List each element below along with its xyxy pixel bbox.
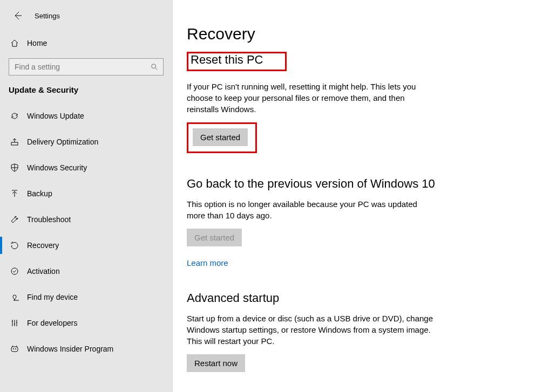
sidebar-item-label: For developers <box>27 319 77 327</box>
sidebar-item-label: Windows Security <box>27 163 87 172</box>
sidebar-item-troubleshoot[interactable]: Troubleshoot <box>0 207 172 232</box>
svg-point-6 <box>15 348 16 349</box>
search-input[interactable] <box>9 58 164 75</box>
wrench-icon <box>10 215 19 224</box>
sidebar-item-label: Find my device <box>27 293 78 301</box>
reset-heading: Reset this PC <box>191 53 263 67</box>
backup-icon <box>10 189 19 198</box>
svg-rect-4 <box>11 347 18 352</box>
advanced-heading: Advanced startup <box>187 291 279 305</box>
sliders-icon <box>10 319 19 327</box>
sidebar-header: Settings <box>0 8 172 33</box>
section-advanced-startup: Advanced startup Start up from a device … <box>187 291 540 372</box>
sidebar: Settings Home Update & Security Windows … <box>0 0 173 392</box>
sidebar-item-label: Windows Insider Program <box>27 345 113 353</box>
sidebar-item-windows-security[interactable]: Windows Security <box>0 155 172 181</box>
sidebar-item-recovery[interactable]: Recovery <box>0 232 172 258</box>
nav-list: Windows Update Delivery Optimization Win… <box>0 103 172 362</box>
sidebar-item-backup[interactable]: Backup <box>0 181 172 207</box>
sidebar-item-windows-update[interactable]: Windows Update <box>0 103 172 129</box>
sidebar-item-windows-insider[interactable]: Windows Insider Program <box>0 336 172 362</box>
search-wrap <box>9 58 164 75</box>
category-label: Update & Security <box>0 85 172 103</box>
learn-more-link[interactable]: Learn more <box>187 258 228 267</box>
check-circle-icon <box>10 267 19 276</box>
delivery-icon <box>10 137 19 146</box>
highlight-reset-button: Get started <box>187 122 257 153</box>
svg-rect-2 <box>11 142 18 145</box>
back-button[interactable] <box>10 8 26 24</box>
reset-get-started-button[interactable]: Get started <box>193 128 248 146</box>
recovery-icon <box>10 241 19 250</box>
sidebar-item-delivery-optimization[interactable]: Delivery Optimization <box>0 129 172 155</box>
sidebar-item-for-developers[interactable]: For developers <box>0 310 172 336</box>
home-link[interactable]: Home <box>0 33 172 53</box>
section-go-back: Go back to the previous version of Windo… <box>187 177 540 267</box>
sync-icon <box>10 112 19 120</box>
home-label: Home <box>27 39 47 47</box>
sidebar-item-label: Troubleshoot <box>27 215 71 224</box>
shield-icon <box>10 163 19 172</box>
advanced-description: Start up from a device or disc (such as … <box>187 313 435 347</box>
goback-heading: Go back to the previous version of Windo… <box>187 177 435 191</box>
sidebar-item-label: Activation <box>27 267 60 276</box>
sidebar-item-label: Windows Update <box>27 112 84 120</box>
insider-icon <box>10 345 19 353</box>
home-icon <box>10 39 19 47</box>
main-content: Recovery Reset this PC If your PC isn't … <box>173 0 556 392</box>
arrow-left-icon <box>13 11 22 20</box>
restart-now-button[interactable]: Restart now <box>187 354 245 372</box>
goback-description: This option is no longer available becau… <box>187 198 435 221</box>
sidebar-item-label: Backup <box>27 189 52 198</box>
sidebar-item-find-my-device[interactable]: Find my device <box>0 284 172 310</box>
svg-point-3 <box>11 268 18 274</box>
sidebar-item-label: Delivery Optimization <box>27 137 98 146</box>
goback-get-started-button: Get started <box>187 229 242 246</box>
svg-point-5 <box>13 348 14 349</box>
page-title: Recovery <box>187 25 540 43</box>
section-reset-pc: Reset this PC If your PC isn't running w… <box>187 53 540 153</box>
sidebar-item-activation[interactable]: Activation <box>0 258 172 284</box>
location-icon <box>10 293 19 301</box>
highlight-reset-heading: Reset this PC <box>187 52 287 71</box>
reset-description: If your PC isn't running well, resetting… <box>187 81 435 115</box>
settings-title: Settings <box>35 12 60 20</box>
sidebar-item-label: Recovery <box>27 241 59 250</box>
